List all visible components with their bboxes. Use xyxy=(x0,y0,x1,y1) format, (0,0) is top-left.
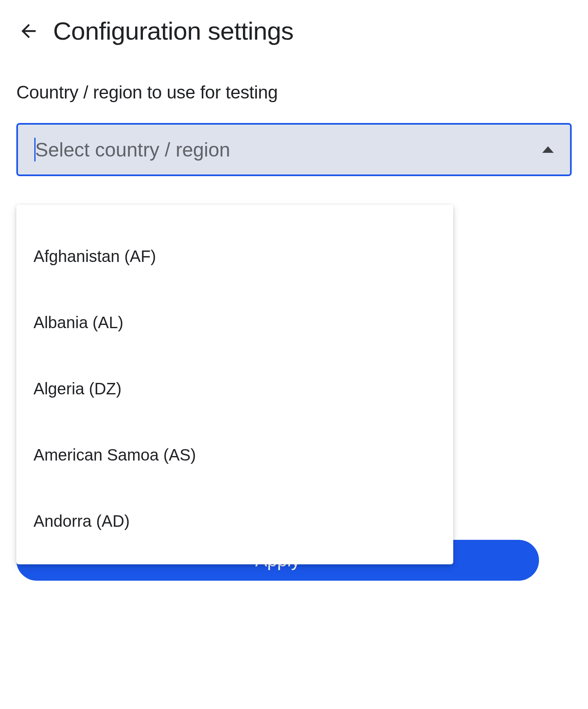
dropdown-option[interactable]: Algeria (DZ) xyxy=(16,356,453,422)
dropdown-option[interactable]: Afghanistan (AF) xyxy=(16,223,453,289)
dropdown-option[interactable]: American Samoa (AS) xyxy=(16,422,453,488)
dropdown-option[interactable]: Albania (AL) xyxy=(16,289,453,356)
chevron-up-icon xyxy=(542,146,554,153)
country-select[interactable]: Select country / region xyxy=(16,123,572,176)
country-select-placeholder: Select country / region xyxy=(35,139,230,161)
country-dropdown-panel: Afghanistan (AF) Albania (AL) Algeria (D… xyxy=(16,205,453,564)
arrow-left-icon xyxy=(18,20,39,42)
country-field-label: Country / region to use for testing xyxy=(16,82,572,103)
back-button[interactable] xyxy=(16,19,41,43)
header: Configuration settings xyxy=(16,16,572,45)
country-select-container: Select country / region xyxy=(16,123,572,176)
page-title: Configuration settings xyxy=(53,16,294,45)
text-cursor xyxy=(34,138,36,161)
dropdown-option[interactable]: Angola (AO) xyxy=(16,554,453,564)
dropdown-option[interactable]: Andorra (AD) xyxy=(16,488,453,554)
